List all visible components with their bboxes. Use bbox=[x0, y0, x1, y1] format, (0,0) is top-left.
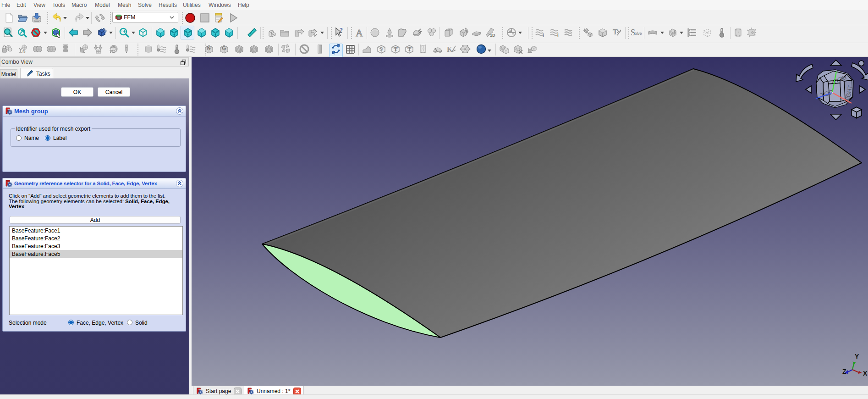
svg-text:X: X bbox=[863, 370, 868, 377]
svg-text:Y: Y bbox=[855, 353, 859, 360]
svg-text:Z: Z bbox=[842, 368, 846, 375]
